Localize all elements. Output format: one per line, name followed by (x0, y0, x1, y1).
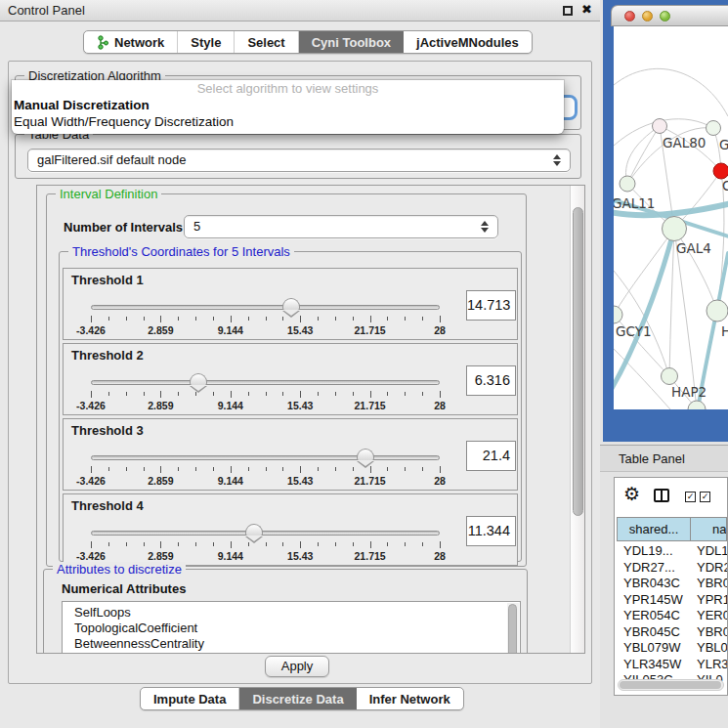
node-label-gal80: GAL80 (663, 135, 706, 150)
threshold-1-value-field[interactable]: 14.713 (466, 290, 516, 321)
scrollbar-thumb[interactable] (620, 681, 721, 689)
attributes-group: Attributes to discretize Numerical Attri… (43, 569, 528, 654)
tab-label: Style (191, 35, 221, 50)
algorithm-dropdown-popup: Select algorithm to view settings Manual… (12, 80, 564, 134)
threshold-2-slider[interactable]: -3.4262.8599.14415.4321.71528 (91, 373, 440, 414)
float-window-icon[interactable] (563, 6, 573, 16)
node-label-hap2: HAP2 (671, 384, 707, 400)
minimize-traffic-icon[interactable] (642, 11, 653, 21)
cell-shared-name: YER054C (617, 608, 691, 624)
tab-label: Discretize Data (252, 692, 343, 707)
list-item[interactable]: SelfLoops (63, 605, 520, 621)
tab-style[interactable]: Style (178, 31, 235, 53)
column-header-name[interactable]: na (691, 517, 727, 541)
slider-ticks (91, 464, 440, 474)
num-intervals-combobox[interactable]: 5 (184, 215, 498, 238)
spinner-arrows-icon (481, 221, 489, 233)
tab-cyni-toolbox[interactable]: Cyni Toolbox (299, 31, 404, 53)
cell-shared-name: YBR045C (617, 624, 691, 641)
cyni-bottom-tabbar: Impute DataDiscretize DataInfer Network (140, 687, 464, 710)
tab-discretize-data[interactable]: Discretize Data (239, 688, 356, 709)
slider-track[interactable] (91, 305, 440, 310)
popup-item-equal-width[interactable]: Equal Width/Frequency Discretization (12, 113, 564, 130)
close-traffic-icon[interactable] (624, 11, 635, 21)
table-toolbar: ⚙ ✓ ✓ (615, 478, 727, 517)
cell-name: YER0 (691, 608, 727, 624)
table-row[interactable]: YPR145WYPR1 (617, 592, 727, 609)
cell-name: YBR0 (691, 624, 727, 641)
slider-thumb[interactable] (190, 373, 207, 385)
table-row[interactable]: YLR345WYLR3 (617, 657, 727, 673)
numerical-attributes-list[interactable]: SelfLoopsTopologicalCoefficientBetweenne… (62, 601, 521, 654)
slider-tick-labels: -3.4262.8599.14415.4321.71528 (91, 324, 440, 336)
network-node-gal4[interactable] (663, 217, 687, 241)
cell-name: YDL1 (691, 543, 727, 560)
tab-network[interactable]: Network (84, 31, 178, 53)
network-canvas[interactable]: GAL80 GA C GAL11 GAL4 GCY1 H HAP2 (614, 26, 728, 409)
list-scrollbar[interactable] (507, 603, 519, 654)
threshold-3-slider[interactable]: -3.4262.8599.14415.4321.71528 (91, 449, 440, 490)
network-node-gcy1[interactable] (614, 306, 622, 323)
threshold-1-slider[interactable]: -3.4262.8599.14415.4321.71528 (91, 298, 440, 339)
checkbox-checked-icon[interactable]: ✓ (700, 492, 710, 502)
network-node-gal80[interactable] (653, 119, 667, 134)
close-icon[interactable]: ✖ (581, 2, 592, 17)
network-node-gal11[interactable] (620, 176, 635, 192)
slider-thumb[interactable] (357, 449, 374, 460)
table-row[interactable]: YBR043CYBR0 (617, 576, 727, 592)
slider-ticks (91, 314, 440, 323)
table-row[interactable]: YBR045CYBR0 (617, 624, 727, 641)
table-panel: ⚙ ✓ ✓ shared... na YDL19...YDL1YDR27...Y… (614, 477, 728, 696)
cell-name: YPR1 (691, 592, 727, 609)
threshold-1-panel: Threshold 1-3.4262.8599.14415.4321.71528… (63, 268, 518, 340)
table-row[interactable]: YER054CYER0 (617, 608, 727, 624)
table-row[interactable]: YBL079WYBL0 (617, 640, 727, 657)
vertical-scrollbar[interactable] (570, 186, 584, 653)
cell-shared-name: YBR043C (617, 576, 691, 592)
slider-ticks (91, 539, 440, 549)
scrollbar-thumb[interactable] (573, 207, 583, 516)
node-label-gal11: GAL11 (614, 195, 655, 211)
tab-infer-network[interactable]: Infer Network (357, 688, 463, 709)
threshold-4-value-field[interactable]: 11.344 (466, 516, 516, 546)
tab-impute-data[interactable]: Impute Data (141, 688, 239, 709)
slider-tick-labels: -3.4262.8599.14415.4321.71528 (91, 550, 440, 562)
table-data-combobox[interactable]: galFiltered.sif default node (27, 149, 571, 172)
tab-jactivemnodules[interactable]: jActiveMNodules (404, 31, 532, 53)
table-row[interactable]: YDL19...YDL1 (617, 543, 727, 560)
network-node-hap2[interactable] (662, 368, 678, 385)
threshold-2-value-field[interactable]: 6.316 (466, 365, 516, 396)
slider-thumb[interactable] (282, 298, 300, 310)
apply-button[interactable]: Apply (265, 656, 329, 677)
control-panel-tabbar: NetworkStyleSelectCyni ToolboxjActiveMNo… (83, 30, 533, 54)
table-panel-title: Table Panel (619, 451, 685, 466)
column-header-shared-name[interactable]: shared... (617, 517, 691, 541)
slider-track[interactable] (91, 531, 440, 535)
node-label-cut-right: GA (719, 137, 728, 152)
network-icon (97, 35, 108, 50)
checkbox-checked-icon[interactable]: ✓ (685, 492, 696, 502)
table-row[interactable]: YDR27...YDR2 (617, 560, 727, 577)
network-node-right-mid[interactable] (707, 300, 728, 321)
slider-thumb[interactable] (245, 524, 263, 535)
cell-shared-name: YBL079W (617, 640, 691, 657)
columns-icon[interactable] (654, 489, 669, 502)
zoom-traffic-icon[interactable] (660, 11, 670, 21)
cell-shared-name: YDR27... (617, 560, 691, 577)
slider-track[interactable] (91, 455, 440, 460)
tab-select[interactable]: Select (235, 31, 298, 53)
network-window-titlebar (611, 5, 728, 26)
scrollbar-thumb[interactable] (508, 604, 517, 654)
gear-icon[interactable]: ⚙ (623, 485, 640, 503)
threshold-4-slider[interactable]: -3.4262.8599.14415.4321.71528 (91, 524, 440, 565)
list-item[interactable]: TopologicalCoefficient (63, 621, 520, 636)
group-title: Attributes to discretize (53, 562, 186, 577)
list-item[interactable]: BetweennessCentrality (63, 636, 520, 652)
cell-shared-name: YLR345W (617, 657, 691, 673)
network-node-right-top[interactable] (707, 121, 721, 136)
popup-item-manual-discretization[interactable]: Manual Discretization (12, 97, 564, 113)
network-node-selected-red[interactable] (713, 163, 728, 179)
threshold-3-value-field[interactable]: 21.4 (466, 441, 516, 471)
horizontal-scrollbar[interactable] (618, 679, 724, 691)
slider-track[interactable] (91, 380, 440, 385)
